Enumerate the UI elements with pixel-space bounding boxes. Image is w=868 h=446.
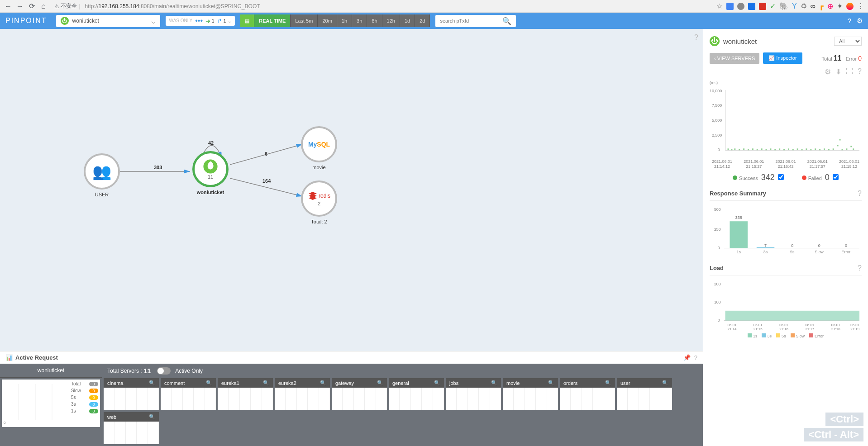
server-card[interactable]: jobs🔍 xyxy=(446,378,501,410)
time-1h[interactable]: 1h xyxy=(337,14,352,27)
was-control[interactable]: WAS ONLY ••• ➜1 ↱1 ⌵ xyxy=(166,16,235,26)
inspector-button[interactable]: 📈 Inspector xyxy=(763,52,802,64)
node-user[interactable]: 👥 USER xyxy=(84,153,120,197)
url-display[interactable]: http://192.168.255.184:8080/main/realtim… xyxy=(85,3,260,9)
ext-icon-1[interactable] xyxy=(726,3,734,10)
time-12h[interactable]: 12h xyxy=(382,14,400,27)
node-mysql[interactable]: MySQL movie xyxy=(301,126,337,170)
svg-rect-25 xyxy=(792,149,794,150)
ext-icon-8[interactable]: ∞ xyxy=(811,2,816,10)
search-icon[interactable]: 🔍 xyxy=(206,380,212,386)
server-card[interactable]: eureka2🔍 xyxy=(275,378,330,410)
server-card[interactable]: orders🔍 xyxy=(560,378,615,410)
search-icon[interactable]: 🔍 xyxy=(434,380,440,386)
failed-count: 0 xyxy=(825,173,830,182)
avatar-icon[interactable] xyxy=(846,3,854,10)
app-selector[interactable]: ⏻ woniuticket ⌵ xyxy=(56,15,160,27)
time-6h[interactable]: 6h xyxy=(367,14,382,27)
svg-rect-49 xyxy=(757,247,775,248)
time-1d[interactable]: 1d xyxy=(400,14,415,27)
success-toggle[interactable] xyxy=(778,174,784,180)
menu-icon[interactable]: ⋮ xyxy=(857,2,864,10)
reload-icon[interactable]: ⟳ xyxy=(27,2,36,11)
ext-icon-2[interactable] xyxy=(737,3,744,10)
map-help-icon[interactable]: ? xyxy=(694,33,698,42)
server-name: eureka1 xyxy=(221,380,239,386)
server-card[interactable]: movie🔍 xyxy=(503,378,558,410)
help-icon[interactable]: ? xyxy=(848,17,851,25)
ext-icon-evernote[interactable]: 🐘 xyxy=(779,2,788,10)
active-request-panel: 📊 Active Request 📌 ? woniuticket 0 Total… xyxy=(0,351,703,446)
realtime-button[interactable]: REAL TIME xyxy=(254,14,291,27)
ext-icon-4[interactable] xyxy=(759,3,766,10)
ext-icon-10[interactable]: ⊕ xyxy=(827,2,833,10)
ext-icon-9[interactable]: ┏ xyxy=(819,2,824,10)
ar-app-name: woniuticket xyxy=(0,364,102,378)
time-2d[interactable]: 2d xyxy=(415,14,430,27)
failed-toggle[interactable] xyxy=(833,174,839,180)
time-5m[interactable]: Last 5m xyxy=(291,14,318,27)
node-woniuticket[interactable]: 11 woniuticket xyxy=(192,151,229,195)
time-3h[interactable]: 3h xyxy=(352,14,367,27)
search-icon[interactable]: 🔍 xyxy=(149,380,155,386)
server-card[interactable]: comment🔍 xyxy=(161,378,216,410)
ext-icon-5[interactable]: ✓ xyxy=(770,2,776,10)
response-summary-chart[interactable]: 500 250 0 338 1s 7 3s 0 5s 0 Slow 0 Erro… xyxy=(710,205,862,257)
gear-icon[interactable]: ⚙ xyxy=(825,67,831,76)
ext-icon-3[interactable] xyxy=(748,3,755,10)
node-count: 11 xyxy=(208,174,213,180)
search-icon[interactable]: 🔍 xyxy=(263,380,269,386)
view-servers-button[interactable]: ‹ VIEW SERVERS xyxy=(710,53,759,64)
app-name: woniuticket xyxy=(72,18,151,24)
home-icon[interactable]: ⌂ xyxy=(39,2,48,11)
ext-icon-6[interactable]: Y xyxy=(792,2,797,10)
server-card[interactable]: web🔍 xyxy=(104,412,159,444)
help-icon[interactable]: ? xyxy=(694,354,697,361)
search-icon[interactable]: 🔍 xyxy=(605,380,611,386)
search-icon[interactable]: 🔍 xyxy=(491,380,497,386)
ext-icon-7[interactable]: ♻ xyxy=(801,2,807,10)
star-icon[interactable]: ☆ xyxy=(716,2,723,10)
search-icon[interactable]: 🔍 xyxy=(377,380,383,386)
node-redis[interactable]: redis 2 Total: 2 xyxy=(301,180,337,224)
server-card[interactable]: cinema🔍 xyxy=(104,378,159,410)
svg-rect-33 xyxy=(828,149,830,150)
svg-text:200: 200 xyxy=(714,282,721,286)
search-icon[interactable]: 🔍 xyxy=(320,380,326,386)
ar-title: Active Request xyxy=(15,354,683,361)
calendar-button[interactable]: ▦ xyxy=(240,14,254,27)
server-card[interactable]: general🔍 xyxy=(389,378,444,410)
svg-text:250: 250 xyxy=(714,227,721,232)
time-20m[interactable]: 20m xyxy=(318,14,337,27)
logo[interactable]: PINPOINT xyxy=(5,17,47,25)
server-card[interactable]: user🔍 xyxy=(617,378,672,410)
node-mysql-label: movie xyxy=(301,165,337,170)
pin-icon[interactable]: 📌 xyxy=(683,354,691,361)
filter-select[interactable]: All xyxy=(834,37,862,46)
server-card[interactable]: eureka1🔍 xyxy=(218,378,273,410)
puzzle-icon[interactable]: ✦ xyxy=(837,2,843,10)
load-chart[interactable]: 200 100 0 06.0121:14 06.0121:15 06.0121:… xyxy=(710,280,862,338)
search-icon[interactable]: 🔍 xyxy=(662,380,668,386)
scatter-chart[interactable]: (ms) 10,000 7,500 5,000 2,500 0 2021.06.… xyxy=(710,81,862,182)
back-icon[interactable]: ← xyxy=(4,2,13,11)
help-icon[interactable]: ? xyxy=(858,264,862,272)
search-icon[interactable]: 🔍 xyxy=(502,17,511,25)
search-icon[interactable]: 🔍 xyxy=(548,380,554,386)
svg-text:21:17: 21:17 xyxy=(805,327,814,330)
server-card[interactable]: gateway🔍 xyxy=(332,378,387,410)
help-icon[interactable]: ? xyxy=(858,67,862,76)
search-icon[interactable]: 🔍 xyxy=(149,414,155,420)
forward-icon[interactable]: → xyxy=(15,2,24,11)
server-name: gateway xyxy=(335,380,354,386)
security-badge: ⚠ 不安全 | xyxy=(54,2,82,10)
search-input[interactable] xyxy=(440,18,502,24)
download-icon[interactable]: ⬇ xyxy=(835,67,841,76)
gear-icon[interactable]: ⚙ xyxy=(857,17,863,25)
expand-icon[interactable]: ⛶ xyxy=(846,67,853,76)
help-icon[interactable]: ? xyxy=(858,190,862,198)
active-only-toggle[interactable] xyxy=(157,367,171,375)
svg-rect-11 xyxy=(731,149,732,150)
search-box[interactable]: 🔍 xyxy=(435,15,516,27)
svg-text:21:16: 21:16 xyxy=(779,327,788,330)
